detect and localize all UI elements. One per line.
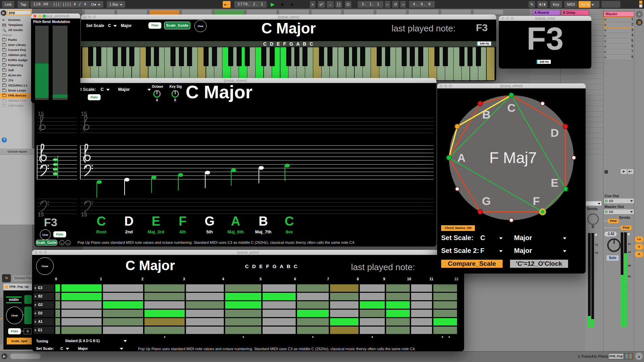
groove-amount-selector[interactable]: O● xyxy=(88,1,103,8)
record-button[interactable]: ● xyxy=(290,1,293,8)
quantize-selector[interactable]: 1 Bar xyxy=(107,1,125,8)
track-header[interactable] xyxy=(376,9,406,15)
piano-key-black[interactable] xyxy=(294,47,299,66)
send-b-post-button[interactable]: Post xyxy=(621,226,632,230)
track-header[interactable] xyxy=(246,9,277,15)
piano-key-black[interactable] xyxy=(121,47,126,66)
piano-key-black[interactable] xyxy=(410,47,415,66)
show-device-chain-icon[interactable]: ▲ xyxy=(635,353,643,360)
close-icon[interactable] xyxy=(34,251,37,254)
browser-category-templates[interactable]: Templates xyxy=(0,23,32,28)
wheel-note-dot-ds[interactable] xyxy=(572,156,576,160)
scene-play-icon[interactable] xyxy=(605,24,607,26)
browser-category-grooves[interactable]: Grooves xyxy=(0,18,32,23)
device-green-toggle-1[interactable] xyxy=(24,295,32,304)
scene-slot-3[interactable]: 3 xyxy=(603,28,634,33)
loop-length-field[interactable]: 4. 0. 0 xyxy=(409,1,435,8)
piano-mode-selector[interactable]: Major xyxy=(121,23,151,28)
scene-slot-6[interactable]: 6 xyxy=(603,44,634,49)
scene-play-icon[interactable] xyxy=(605,56,607,59)
wheel-note-dot-d[interactable] xyxy=(563,124,568,129)
wheel-mode-selector[interactable]: Major xyxy=(514,234,566,242)
compare-scale-button[interactable]: Compare_Scale xyxy=(441,260,503,268)
piano-key-black[interactable] xyxy=(204,47,209,66)
punch-out-icon[interactable]: ¬ xyxy=(400,1,406,8)
return-track-header-b[interactable]: B Delay xyxy=(561,10,589,16)
piano-clear-button[interactable]: Clear xyxy=(194,20,207,32)
wheel-note-dot-e[interactable] xyxy=(563,187,568,191)
browser-nav-icon[interactable]: ▶ xyxy=(1,10,6,16)
key-map-button[interactable]: Key xyxy=(550,1,562,8)
wheel-note-dot-g[interactable] xyxy=(478,209,483,214)
rail-button-r[interactable]: R xyxy=(635,251,643,257)
keysig-knob[interactable] xyxy=(171,90,179,98)
sidebar-item-korg-gadge[interactable]: KORG Gadge xyxy=(0,58,32,63)
piano-key-black[interactable] xyxy=(385,47,390,66)
info-icon[interactable]: ? xyxy=(2,137,7,143)
piano-key-black[interactable] xyxy=(402,47,407,66)
track-header[interactable] xyxy=(117,9,147,15)
device-title-bar[interactable]: FPB_Pop_Up xyxy=(3,284,32,290)
scene-overview-icon[interactable]: ≡ xyxy=(636,11,643,18)
rail-button-i-o[interactable]: I-O xyxy=(635,236,643,242)
mixer-view-icon[interactable]: ||| xyxy=(636,19,643,26)
staves-mode-selector[interactable]: Major xyxy=(118,87,151,92)
scene-slot-1[interactable]: 1 xyxy=(603,17,634,22)
track-header[interactable] xyxy=(214,9,244,15)
punch-in-icon[interactable]: ⌐ xyxy=(385,1,390,8)
track-header[interactable] xyxy=(182,9,212,15)
cue-out-selector[interactable]: 1/2 xyxy=(604,199,634,203)
master-out-selector[interactable]: 1/2 xyxy=(604,209,634,214)
scene-follow-icon[interactable]: ▶≡ xyxy=(627,169,634,174)
loop-switch-icon[interactable]: ↺ xyxy=(392,1,399,8)
piano-key-black[interactable] xyxy=(170,47,176,66)
piano-key-black[interactable] xyxy=(319,47,324,66)
piano-key-black[interactable] xyxy=(344,47,349,66)
track-header[interactable] xyxy=(149,9,180,15)
sidebar-item-vizzable2-1-1[interactable]: VIZZable2.1.1 xyxy=(0,83,32,88)
piano-key-black[interactable] xyxy=(179,47,184,66)
close-icon[interactable] xyxy=(33,15,36,18)
loop-start-field[interactable]: 3. 1. 1 xyxy=(358,1,383,8)
piano-key-black[interactable] xyxy=(302,47,307,66)
preview-play-icon[interactable]: ▶ xyxy=(1,353,7,359)
scene-slot-7[interactable]: 7 xyxy=(603,49,634,55)
scene-play-icon[interactable] xyxy=(605,45,607,48)
scene-play-icon[interactable] xyxy=(605,40,607,43)
scene-slot-4[interactable]: 4 xyxy=(603,33,634,38)
wheel-svg[interactable]: CDEFGABF Maj7 xyxy=(437,88,586,224)
return-out-selector[interactable] xyxy=(586,201,601,206)
guitar-root-selector[interactable]: C xyxy=(60,346,69,351)
minimize-icon[interactable] xyxy=(506,17,509,20)
send-b-knob[interactable] xyxy=(587,213,599,225)
wheel-note-dot-f[interactable] xyxy=(540,209,545,214)
staves-flats-button[interactable]: Flats xyxy=(88,94,101,100)
midi-map-button[interactable]: MIDI xyxy=(564,1,578,8)
piano-scale-guide-button[interactable]: Scale_Guide xyxy=(164,22,190,29)
zoom-icon[interactable] xyxy=(449,84,452,87)
link-button[interactable]: Link xyxy=(2,1,14,8)
staves-clear-button[interactable]: Clear xyxy=(40,229,51,240)
device-sharps-partial[interactable]: S xyxy=(24,328,32,334)
piano-key-black[interactable] xyxy=(459,47,464,66)
octave-knob[interactable] xyxy=(153,90,161,98)
piano-key-black[interactable] xyxy=(146,47,151,66)
wheel-note-dot-as[interactable] xyxy=(455,124,460,129)
stop-button[interactable]: ■ xyxy=(281,1,284,8)
zoom-icon[interactable] xyxy=(511,17,514,20)
return-fader-handle[interactable] xyxy=(594,233,597,236)
midiin-object[interactable]: midiin xyxy=(6,296,22,303)
device-drag-handle[interactable] xyxy=(0,297,3,344)
zoom-icon[interactable] xyxy=(44,251,47,254)
minimize-icon[interactable] xyxy=(444,84,447,87)
piano-key-black[interactable] xyxy=(327,47,332,66)
track-header[interactable] xyxy=(473,9,504,15)
master-track-header[interactable]: Master xyxy=(603,11,634,17)
zoom-icon[interactable] xyxy=(93,16,96,19)
stop-all-clips-button[interactable] xyxy=(605,170,608,174)
wheel-root2-selector[interactable]: F xyxy=(480,247,503,255)
piano-flats-button[interactable]: Flats xyxy=(149,22,161,29)
piano-key-black[interactable] xyxy=(270,47,275,66)
piano-key-black[interactable] xyxy=(261,47,266,66)
wheel-mode2-selector[interactable]: Major xyxy=(514,247,566,255)
